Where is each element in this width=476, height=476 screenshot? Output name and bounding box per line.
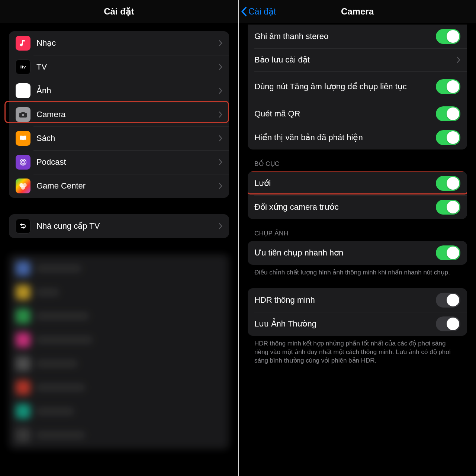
row-label: Camera [36,109,216,120]
section-header-capture: CHỤP ẢNH [248,219,467,241]
settings-navbar: Cài đặt [0,0,238,23]
row-qr[interactable]: Quét mã QR [248,102,467,126]
row-label: Ưu tiên chụp nhanh hơn [254,248,436,258]
row-mirror-front[interactable]: Đối xứng camera trước [248,195,467,219]
row-label: Dùng nút Tăng âm lượng để chụp liên tục [254,81,436,92]
toggle-smart-hdr[interactable] [436,293,460,308]
row-label: Nhạc [36,38,216,48]
row-label: Game Center [36,181,216,191]
row-label: Bảo lưu cài đặt [254,55,454,65]
settings-row-camera[interactable]: Camera [9,103,229,126]
toggle-mirror-front[interactable] [436,200,460,215]
row-faster-shot[interactable]: Ưu tiên chụp nhanh hơn [248,241,467,265]
chevron-right-icon [219,40,222,46]
row-label: Đối xứng camera trước [254,202,436,212]
row-label: Sách [36,133,216,144]
page-title: Cài đặt [104,6,134,17]
row-label: Nhà cung cấp TV [36,221,216,231]
gamecenter-icon [16,178,30,193]
chevron-left-icon [241,6,248,17]
svg-point-0 [22,114,24,116]
row-volume-burst[interactable]: Dùng nút Tăng âm lượng để chụp liên tục [248,71,467,102]
row-label: Ghi âm thanh stereo [254,31,436,42]
row-label: Podcast [36,157,216,167]
toggle-qr[interactable] [436,106,460,121]
settings-group-apps: Nhạc tv TV [9,31,229,198]
row-label: Hiển thị văn bản đã phát hiện [254,132,436,143]
photos-icon [16,83,30,98]
settings-group-blurred [9,254,229,449]
settings-row-podcast[interactable]: Podcast [9,150,229,174]
books-icon [16,131,30,146]
chevron-right-icon [219,223,222,229]
chevron-right-icon [219,64,222,70]
settings-group-tvprovider: Nhà cung cấp TV [9,214,229,238]
settings-row-tvprovider[interactable]: Nhà cung cấp TV [9,214,229,238]
toggle-volume-burst[interactable] [436,79,460,94]
back-button[interactable]: Cài đặt [241,0,276,23]
row-stereo[interactable]: Ghi âm thanh stereo [248,25,467,48]
toggle-detected-text[interactable] [436,130,460,145]
row-label: Lưới [254,178,436,189]
row-grid[interactable]: Lưới [248,171,467,195]
svg-point-6 [21,186,25,190]
settings-row-music[interactable]: Nhạc [9,31,229,55]
row-label: Quét mã QR [254,109,436,119]
row-keep-normal[interactable]: Lưu Ảnh Thường [248,312,467,336]
footer-hdr: HDR thông minh kết hợp những phần tốt nh… [248,336,467,373]
chevron-right-icon [219,135,222,142]
chevron-right-icon [219,159,222,165]
camera-group-main: Ghi âm thanh stereo Bảo lưu cài đặt Dùng… [248,25,467,149]
chevron-right-icon [219,87,222,94]
tvprovider-icon [16,219,30,234]
camera-group-hdr: HDR thông minh Lưu Ảnh Thường [248,288,467,336]
toggle-stereo[interactable] [436,29,460,44]
settings-row-photos[interactable]: Ảnh [9,79,229,103]
row-label: TV [36,62,216,72]
toggle-grid[interactable] [436,176,460,191]
camera-group-layout: Lưới Đối xứng camera trước [248,171,467,219]
svg-point-3 [23,161,24,163]
chevron-right-icon [219,111,222,118]
row-smart-hdr[interactable]: HDR thông minh [248,288,467,312]
row-detected-text[interactable]: Hiển thị văn bản đã phát hiện [248,126,467,149]
camera-group-capture: Ưu tiên chụp nhanh hơn [248,241,467,265]
settings-row-books[interactable]: Sách [9,126,229,150]
music-icon [16,36,30,51]
settings-row-tv[interactable]: tv TV [9,55,229,79]
toggle-faster-shot[interactable] [436,245,460,260]
row-label: Lưu Ảnh Thường [254,319,436,329]
section-header-layout: BỐ CỤC [248,149,467,171]
footer-capture: Điều chỉnh chất lượng hình ảnh thông min… [248,265,467,277]
toggle-keep-normal[interactable] [436,316,460,331]
page-title: Camera [341,6,374,17]
back-label: Cài đặt [248,7,276,17]
row-preserve-settings[interactable]: Bảo lưu cài đặt [248,48,467,71]
chevron-right-icon [219,183,222,189]
podcast-icon [16,155,30,170]
chevron-right-icon [457,57,460,63]
camera-navbar: Cài đặt Camera [239,0,476,23]
row-label: HDR thông minh [254,295,436,305]
tv-icon: tv [16,60,30,74]
settings-row-gamecenter[interactable]: Game Center [9,174,229,198]
row-label: Ảnh [36,86,216,96]
camera-icon [16,107,30,122]
